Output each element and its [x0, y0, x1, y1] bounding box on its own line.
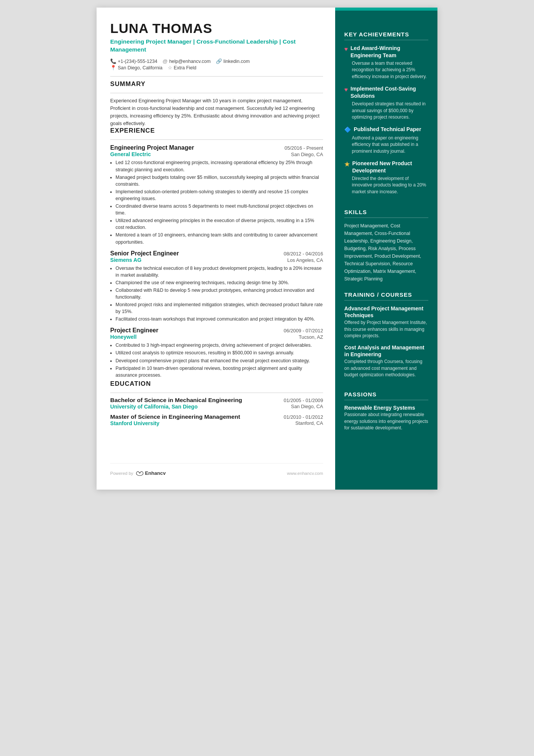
achievement-3-desc: Authored a paper on engineering efficien… [344, 135, 428, 155]
passion-1-title: Renewable Energy Systems [344, 405, 428, 411]
job-1: Engineering Project Manager 05/2016 - Pr… [110, 144, 323, 245]
passions-divider [344, 400, 428, 400]
bullet-item: Monitored project risks and implemented … [116, 301, 323, 315]
achievement-1: ♥ Led Award-Winning Engineering Team Ove… [344, 45, 428, 80]
edu-1-location: San Diego, CA [291, 404, 323, 410]
edu-2-degree: Master of Science in Engineering Managem… [110, 413, 240, 420]
bullet-item: Contributed to 3 high-impact engineering… [116, 342, 323, 349]
bullet-item: Championed the use of new engineering te… [116, 279, 323, 286]
job-3-location: Tucson, AZ [299, 334, 323, 340]
training-divider [344, 300, 428, 301]
achievements-section: KEY ACHIEVEMENTS ♥ Led Award-Winning Eng… [344, 23, 428, 200]
achievement-3-label: Published Technical Paper [354, 126, 421, 133]
job-1-company: General Electric [110, 151, 151, 157]
achievements-divider [344, 40, 428, 40]
job-3-company: Honeywell [110, 334, 137, 340]
skills-text: Project Management, Cost Management, Cro… [344, 222, 428, 283]
edu-1-dates: 01/2005 - 01/2009 [284, 398, 323, 403]
job-3-bullets: Contributed to 3 high-impact engineering… [116, 342, 323, 378]
education-title: EDUCATION [110, 380, 323, 388]
footer-brand: Powered by Enhancv [110, 470, 166, 476]
training-2: Cost Analysis and Management in Engineer… [344, 344, 428, 379]
job-3-role: Project Engineer [110, 327, 158, 334]
summary-divider [110, 93, 323, 93]
extra-contact: ☆ Extra Field [168, 65, 197, 70]
phone-icon: 📞 [110, 58, 116, 64]
skills-section: SKILLS Project Management, Cost Manageme… [344, 200, 428, 283]
edu-2-header: Master of Science in Engineering Managem… [110, 413, 323, 420]
heart-icon-2: ♥ [344, 86, 348, 94]
job-1-role: Engineering Project Manager [110, 144, 194, 151]
summary-section: SUMMARY Experienced Engineering Project … [110, 80, 323, 127]
training-title: TRAINING / COURSES [344, 291, 428, 298]
location-icon: 📍 [110, 65, 116, 70]
edu-2: Master of Science in Engineering Managem… [110, 413, 323, 426]
enhancv-brand-name: Enhancv [145, 470, 166, 476]
bullet-item: Facilitated cross-team workshops that im… [116, 316, 323, 322]
job-2-company: Siemens AG [110, 257, 141, 263]
achievement-2-title: ♥ Implemented Cost-Saving Solutions [344, 85, 428, 100]
footer: Powered by Enhancv www.enhancv.com [110, 463, 323, 476]
achievement-1-label: Led Award-Winning Engineering Team [351, 45, 429, 59]
resume-page: LUNA THOMAS Engineering Project Manager … [97, 8, 437, 490]
education-section: EDUCATION Bachelor of Science in Mechani… [110, 380, 323, 426]
job-3-sub: Honeywell Tucson, AZ [110, 334, 323, 340]
header-divider [110, 76, 323, 77]
email-value: help@enhancv.com [169, 59, 211, 64]
job-2-role: Senior Project Engineer [110, 250, 179, 257]
bullet-item: Utilized advanced engineering principles… [116, 217, 323, 231]
right-column: KEY ACHIEVEMENTS ♥ Led Award-Winning Eng… [335, 8, 437, 490]
email-icon: @ [162, 58, 167, 64]
job-3-dates: 06/2009 - 07/2012 [284, 328, 323, 333]
header-section: LUNA THOMAS Engineering Project Manager … [110, 21, 323, 71]
job-2: Senior Project Engineer 08/2012 - 04/201… [110, 250, 323, 323]
bullet-item: Managed project budgets totaling over $5… [116, 174, 323, 188]
location-contact: 📍 San Diego, California [110, 65, 162, 70]
bullet-item: Coordinated diverse teams across 5 depar… [116, 203, 323, 216]
link-icon: 🔗 [216, 58, 222, 64]
achievement-4-title: ★ Pioneered New Product Development [344, 160, 428, 174]
achievement-2-desc: Developed strategies that resulted in an… [344, 101, 428, 121]
bullet-item: Participated in 10 team-driven operation… [116, 365, 323, 379]
training-1-desc: Offered by Project Management Institute,… [344, 319, 428, 339]
experience-section: EXPERIENCE Engineering Project Manager 0… [110, 127, 323, 380]
achievement-2: ♥ Implemented Cost-Saving Solutions Deve… [344, 85, 428, 121]
job-1-dates: 05/2016 - Present [284, 145, 323, 151]
training-1: Advanced Project Management Techniques O… [344, 305, 428, 340]
experience-title: EXPERIENCE [110, 127, 323, 135]
location-row: 📍 San Diego, California ☆ Extra Field [110, 65, 323, 70]
bullet-item: Collaborated with R&D to develop 5 new p… [116, 287, 323, 301]
top-accent-bar [335, 8, 437, 11]
edu-2-sub: Stanford University Stanford, CA [110, 420, 323, 426]
left-column: LUNA THOMAS Engineering Project Manager … [97, 8, 335, 490]
bullet-item: Oversaw the technical execution of 8 key… [116, 265, 323, 279]
extra-value: Extra Field [174, 65, 197, 70]
achievement-3-title: 🔷 Published Technical Paper [344, 126, 428, 133]
passions-title: PASSIONS [344, 391, 428, 398]
shield-icon: 🔷 [344, 126, 351, 133]
edu-2-school: Stanford University [110, 420, 159, 426]
enhancv-logo-svg [136, 471, 144, 476]
job-1-sub: General Electric San Diego, CA [110, 151, 323, 157]
achievement-1-title: ♥ Led Award-Winning Engineering Team [344, 45, 428, 59]
job-3: Project Engineer 06/2009 - 07/2012 Honey… [110, 327, 323, 378]
job-3-header: Project Engineer 06/2009 - 07/2012 [110, 327, 323, 334]
training-2-desc: Completed through Coursera, focusing on … [344, 358, 428, 378]
heart-icon-1: ♥ [344, 45, 348, 53]
bullet-item: Mentored a team of 10 engineers, enhanci… [116, 232, 323, 245]
passions-section: PASSIONS Renewable Energy Systems Passio… [344, 383, 428, 431]
education-divider [110, 393, 323, 393]
edu-1-degree: Bachelor of Science in Mechanical Engine… [110, 397, 242, 404]
training-2-title: Cost Analysis and Management in Engineer… [344, 344, 428, 358]
achievement-4-desc: Directed the development of innovative p… [344, 175, 428, 195]
candidate-name: LUNA THOMAS [110, 21, 323, 36]
passion-1: Renewable Energy Systems Passionate abou… [344, 405, 428, 431]
edu-1-header: Bachelor of Science in Mechanical Engine… [110, 397, 323, 404]
edu-1-school: University of California, San Diego [110, 404, 198, 410]
skills-title: SKILLS [344, 209, 428, 215]
achievement-4: ★ Pioneered New Product Development Dire… [344, 160, 428, 195]
phone-value: +1-(234)-555-1234 [118, 59, 157, 64]
summary-title: SUMMARY [110, 80, 323, 88]
edu-2-location: Stanford, CA [295, 420, 323, 426]
linkedin-value: linkedin.com [223, 59, 250, 64]
